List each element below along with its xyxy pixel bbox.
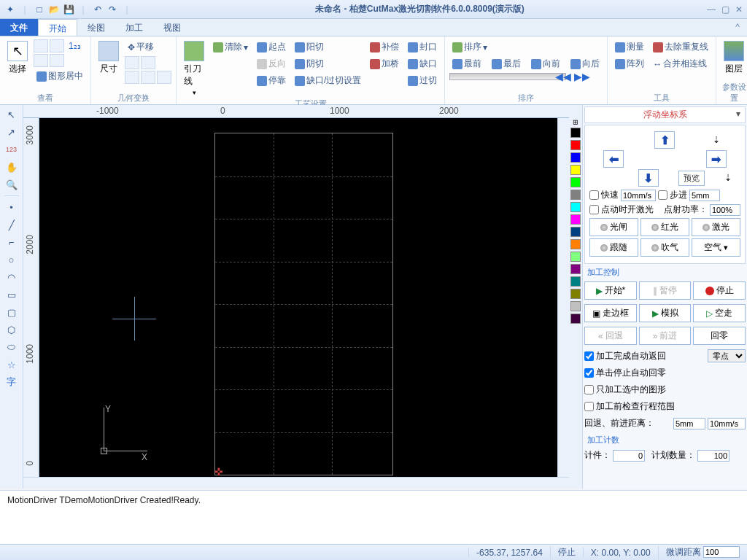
tool-node-icon[interactable]: ↗ <box>5 125 18 139</box>
mirror-v-icon[interactable] <box>141 56 155 69</box>
tool-line-icon[interactable]: ╱ <box>5 218 18 231</box>
laser-button[interactable]: 激光 <box>692 218 740 236</box>
layer-swatch-12[interactable] <box>570 276 581 287</box>
maximize-icon[interactable]: ▢ <box>721 4 729 15</box>
merge-button[interactable]: ↔合并相连线 <box>650 56 711 71</box>
step-checkbox[interactable] <box>658 190 667 200</box>
tab-view[interactable]: 视图 <box>153 19 191 36</box>
minimize-icon[interactable]: — <box>707 4 716 15</box>
auto-return-checkbox[interactable] <box>584 351 594 361</box>
tab-draw[interactable]: 绘图 <box>77 19 115 36</box>
bridge-button[interactable]: 加桥 <box>367 56 402 71</box>
measure-button[interactable]: 测量 <box>612 39 647 55</box>
translate-button[interactable]: ✥平移 <box>125 39 171 55</box>
laser-on-checkbox[interactable] <box>589 205 599 214</box>
tab-start[interactable]: 开始 <box>38 19 77 36</box>
home-button[interactable]: 回零 <box>693 327 746 345</box>
laser-head-icon[interactable]: ⇣ <box>706 135 727 145</box>
grid-icon[interactable] <box>50 54 64 67</box>
layer-swatch-1[interactable] <box>570 140 581 150</box>
coord-system-dropdown[interactable]: 浮动坐标系 <box>584 106 746 123</box>
num-icon[interactable]: 1₂₃ <box>66 39 84 52</box>
tool-star-icon[interactable]: ☆ <box>5 358 18 371</box>
return-target-select[interactable]: 零点 <box>708 349 746 362</box>
ribbon-collapse-icon[interactable]: ^ <box>728 19 747 36</box>
back-button[interactable]: «回退 <box>584 327 637 345</box>
back-button[interactable]: 最后 <box>489 56 524 71</box>
tool-select-icon[interactable]: ↖ <box>5 108 18 121</box>
overcut-button[interactable]: 过切 <box>405 73 440 88</box>
tool-rect-icon[interactable]: ▭ <box>5 288 18 301</box>
fast-speed-input[interactable] <box>621 190 656 201</box>
tool-polyline-icon[interactable]: ⌐ <box>5 236 18 249</box>
tool-ellipse-icon[interactable]: ⬭ <box>5 341 18 354</box>
close-icon[interactable]: ✕ <box>735 4 743 15</box>
gas-select[interactable]: 空气 ▾ <box>692 238 740 257</box>
tab-process[interactable]: 加工 <box>115 19 153 36</box>
laser-head2-icon[interactable]: ⇣ <box>724 173 732 183</box>
jog-down-button[interactable]: ⬇ <box>638 169 659 187</box>
pan-icon[interactable] <box>34 54 48 67</box>
seal-button[interactable]: 封口 <box>405 39 440 55</box>
layer-swatch-7[interactable] <box>570 214 581 225</box>
layer-swatch-5[interactable] <box>570 190 581 200</box>
new-icon[interactable]: □ <box>34 4 45 15</box>
start-button[interactable]: ▶开始* <box>584 281 637 300</box>
power-input[interactable] <box>710 204 740 216</box>
tool-num-icon[interactable]: 123 <box>5 143 18 156</box>
tool-arc-icon[interactable]: ◠ <box>5 271 18 284</box>
jog-up-button[interactable]: ⬆ <box>654 131 675 149</box>
start-point-button[interactable]: 起点 <box>254 39 289 55</box>
tool-text-icon[interactable]: 字 <box>5 376 18 389</box>
selected-only-checkbox[interactable] <box>584 385 594 394</box>
jog-left-button[interactable]: ⬅ <box>603 150 624 168</box>
vertical-scrollbar[interactable] <box>557 118 569 477</box>
slider[interactable]: ◀◀ ▶▶ <box>449 73 566 80</box>
blow-button[interactable]: 吹气 <box>640 238 689 257</box>
array-button[interactable]: 阵列 <box>612 56 647 71</box>
tool-point-icon[interactable]: • <box>5 201 18 214</box>
gap2-button[interactable]: 缺口 <box>405 56 440 71</box>
zoom-fit-icon[interactable] <box>34 39 48 52</box>
forward-button[interactable]: 向前 <box>528 56 563 71</box>
layer-swatch-9[interactable] <box>570 239 581 249</box>
tool-polygon-icon[interactable]: ⬡ <box>5 323 18 336</box>
drawing-canvas[interactable]: Y X ✜ <box>39 118 557 477</box>
rotate-l-icon[interactable] <box>125 71 139 84</box>
tool-pan-icon[interactable]: ✋ <box>5 160 18 174</box>
red-light-button[interactable]: 红光 <box>640 218 689 236</box>
dock-button[interactable]: 停靠 <box>254 73 289 88</box>
backward-button[interactable]: 向后 <box>568 56 603 71</box>
dry-run-button[interactable]: ▷空走 <box>693 304 746 322</box>
frame-button[interactable]: ▣走边框 <box>584 304 637 322</box>
layer-swatch-11[interactable] <box>570 264 581 274</box>
preview-button[interactable]: 预览 <box>678 171 705 186</box>
follow-button[interactable]: 跟随 <box>589 238 638 257</box>
center-button[interactable]: 图形居中 <box>34 69 86 84</box>
layer-button[interactable]: 图层 <box>721 39 747 77</box>
yang-button[interactable]: 阳切 <box>292 39 364 55</box>
dedup-button[interactable]: 去除重复线 <box>650 39 711 55</box>
forward-button[interactable]: »前进 <box>639 327 692 345</box>
layer-swatch-8[interactable] <box>570 227 581 237</box>
rotate-r-icon[interactable] <box>141 71 155 84</box>
yin-button[interactable]: 阴切 <box>292 56 364 71</box>
layer-swatch-2[interactable] <box>570 152 581 163</box>
redo-icon[interactable]: ↷ <box>107 4 118 15</box>
fwd-speed-input[interactable] <box>708 418 746 429</box>
size-button[interactable]: 尺寸 <box>96 39 122 77</box>
align-icon[interactable] <box>157 71 171 84</box>
sort-button[interactable]: 排序 ▾ <box>449 39 603 55</box>
tool-circle-icon[interactable]: ○ <box>5 253 18 266</box>
check-range-checkbox[interactable] <box>584 402 594 411</box>
stop-home-checkbox[interactable] <box>584 368 594 378</box>
tool-roundrect-icon[interactable]: ▢ <box>5 306 18 319</box>
front-button[interactable]: 最前 <box>449 56 484 71</box>
horizontal-scrollbar[interactable] <box>23 477 569 489</box>
compensate-button[interactable]: 补偿 <box>367 39 402 55</box>
layer-swatch-10[interactable] <box>570 252 581 262</box>
layer-swatch-6[interactable] <box>570 202 581 212</box>
layer-swatch-4[interactable] <box>570 177 581 187</box>
pause-button[interactable]: ∥暂停 <box>639 281 692 300</box>
layer-swatch-3[interactable] <box>570 165 581 175</box>
